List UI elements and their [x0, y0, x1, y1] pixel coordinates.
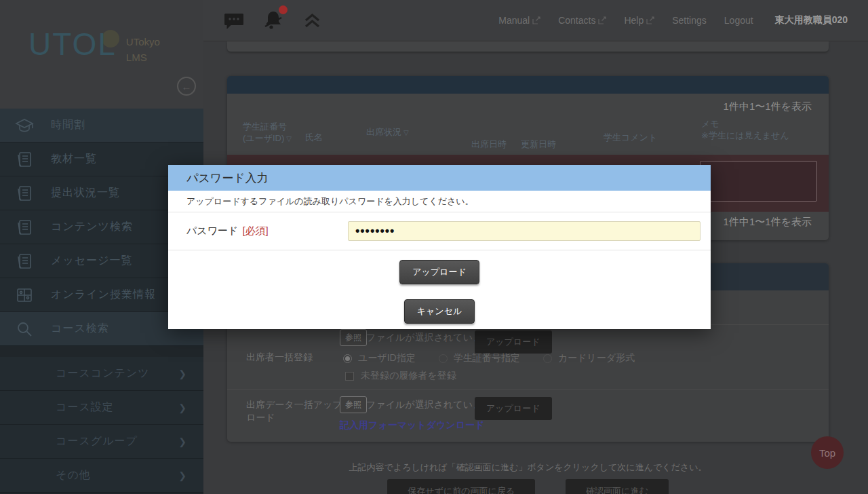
bulk-register-label: 出席者一括登録	[246, 351, 313, 364]
sort-indicator-icon[interactable]: ▽	[286, 135, 292, 142]
radio-card-reader[interactable]	[543, 354, 552, 363]
collapse-header-chevrons-icon[interactable]	[303, 12, 321, 29]
bulk-register-row: 出席者一括登録 参照 ファイルが選択されていません。 アップロード ユーザID指…	[227, 325, 829, 390]
column-header-attended-at: 出席日時	[471, 138, 507, 150]
attendance-list-section-bar	[227, 76, 829, 94]
submissions-list-icon	[14, 185, 35, 202]
proceed-to-confirm-button[interactable]: 確認画面に進む	[566, 479, 669, 494]
confirm-instruction-text: 上記内容でよろしければ「確認画面に進む」ボタンをクリックして次に進んでください。	[227, 461, 829, 474]
external-link-icon	[646, 16, 654, 24]
chevron-right-icon: ❯	[178, 470, 187, 481]
browse-file-button[interactable]: 参照	[340, 329, 367, 346]
password-label: パスワード[必須]	[186, 225, 348, 238]
sidebar-logo-area: UTOL UTokyo LMS ←	[0, 0, 203, 109]
radio-user-id[interactable]	[343, 354, 352, 363]
logged-in-user-name: 東大用教職員020	[775, 14, 848, 26]
chevron-right-icon: ❯	[178, 368, 187, 379]
column-header-student-comment: 学生コメント	[604, 132, 657, 143]
chevron-right-icon: ❯	[178, 436, 187, 447]
chevron-right-icon: ❯	[178, 402, 187, 413]
sidebar-collapse-button[interactable]: ←	[177, 77, 196, 96]
messages-list-icon	[14, 252, 35, 270]
format-download-link[interactable]: 記入用フォーマットダウンロード	[340, 419, 484, 432]
radio-student-no[interactable]	[439, 354, 448, 363]
unregistered-checkbox[interactable]	[345, 372, 354, 381]
modal-description: アップロードするファイルの読み取りパスワードを入力してください。	[168, 191, 711, 212]
bulk-upload-upload-button[interactable]: アップロード	[475, 397, 552, 420]
card-above-bottom-edge	[227, 41, 829, 52]
column-header-memo: メモ ※学生には見えません	[701, 118, 789, 141]
register-mode-radio-group: ユーザID指定 学生証番号指定 カードリーダ形式	[343, 352, 658, 364]
topbar-link-contacts[interactable]: Contacts	[558, 15, 606, 26]
result-count-text: 1件中1〜1件を表示	[724, 216, 812, 229]
column-header-updated-at: 更新日時	[521, 138, 556, 150]
external-link-icon	[598, 16, 606, 24]
modal-upload-button[interactable]: アップロード	[399, 260, 479, 284]
bulk-upload-row: 出席データ一括アップロード 参照 ファイルが選択されていません。 アップロード …	[227, 390, 829, 438]
topbar: Manual Contacts Help Settings Logout 東大用…	[203, 0, 868, 41]
topbar-link-settings[interactable]: Settings	[672, 15, 707, 26]
sidebar-item-timetable[interactable]: 時間割	[0, 109, 203, 142]
sidebar-divider	[0, 346, 203, 357]
column-header-status: 出席状況▽	[366, 126, 409, 138]
external-link-icon	[532, 16, 540, 24]
online-class-icon	[14, 287, 35, 303]
topbar-link-logout[interactable]: Logout	[724, 15, 753, 26]
bulk-upload-label: 出席データ一括アップロード	[246, 398, 348, 424]
topbar-link-help[interactable]: Help	[624, 15, 654, 26]
result-count-text: 1件中1〜1件を表示	[724, 100, 812, 113]
password-input-modal: パスワード入力 アップロードするファイルの読み取りパスワードを入力してください。…	[168, 165, 711, 329]
column-header-student-no: 学生証番号 (ユーザID)▽	[243, 121, 292, 145]
password-field-row: パスワード[必須]	[168, 212, 711, 250]
notification-badge	[279, 5, 288, 14]
scroll-to-top-button[interactable]: Top	[811, 436, 844, 469]
notifications-bell-icon[interactable]	[261, 8, 285, 33]
browse-file-button[interactable]: 参照	[340, 396, 367, 413]
sort-indicator-icon[interactable]: ▽	[403, 129, 409, 136]
column-header-name: 氏名	[305, 132, 323, 143]
sidebar-groups: コースコンテンツ ❯ コース設定 ❯ コースグループ ❯ その他 ❯	[0, 357, 203, 493]
required-badge: [必須]	[242, 225, 268, 236]
search-icon	[14, 320, 35, 338]
content-search-icon	[14, 218, 35, 236]
sidebar-group-course-group[interactable]: コースグループ ❯	[0, 425, 203, 459]
modal-title: パスワード入力	[168, 165, 711, 191]
sidebar-group-other[interactable]: その他 ❯	[0, 459, 203, 493]
materials-list-icon	[14, 151, 35, 168]
memo-textarea[interactable]	[700, 161, 817, 202]
topbar-link-manual[interactable]: Manual	[498, 15, 540, 26]
sidebar-group-course-settings[interactable]: コース設定 ❯	[0, 391, 203, 425]
bulk-register-upload-button[interactable]: アップロード	[475, 330, 552, 354]
app-logo-subtitle: UTokyo LMS	[126, 28, 160, 66]
app-logo: UTOL	[28, 28, 117, 60]
back-arrow-icon: ←	[182, 81, 192, 92]
graduation-cap-icon	[14, 117, 35, 134]
modal-cancel-button[interactable]: キャンセル	[404, 299, 475, 324]
back-without-saving-button[interactable]: 保存せずに前の画面に戻る	[387, 479, 535, 494]
sidebar-group-course-contents[interactable]: コースコンテンツ ❯	[0, 357, 203, 391]
chat-icon[interactable]	[224, 12, 243, 30]
password-input[interactable]	[348, 221, 701, 241]
register-unregistered-checkbox-row: 未登録の履修者を登録	[345, 370, 456, 382]
